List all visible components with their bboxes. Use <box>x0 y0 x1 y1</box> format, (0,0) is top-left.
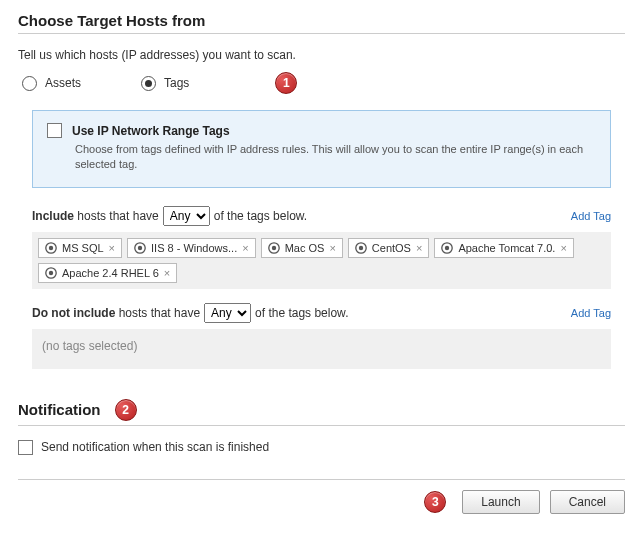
ip-range-title: Use IP Network Range Tags <box>72 124 230 138</box>
tag-remove-icon[interactable]: × <box>242 242 248 254</box>
notification-title: Notification 2 <box>18 399 625 426</box>
exclude-empty-text: (no tags selected) <box>42 339 137 359</box>
tag-chip[interactable]: CentOS× <box>348 238 430 258</box>
exclude-suffix: of the tags below. <box>255 306 348 320</box>
choose-hosts-title: Choose Target Hosts from <box>18 12 625 34</box>
tag-remove-icon[interactable]: × <box>109 242 115 254</box>
tag-label: Apache 2.4 RHEL 6 <box>62 267 159 279</box>
include-prefix-bold: Include <box>32 209 74 223</box>
exclude-tags-container: (no tags selected) <box>32 329 611 369</box>
exclude-prefix-rest: hosts that have <box>115 306 200 320</box>
annotation-3: 3 <box>424 491 446 513</box>
notification-checkbox-label: Send notification when this scan is fini… <box>41 440 269 454</box>
tag-remove-icon[interactable]: × <box>329 242 335 254</box>
tag-chip[interactable]: Apache 2.4 RHEL 6× <box>38 263 177 283</box>
tag-remove-icon[interactable]: × <box>164 267 170 279</box>
instruction-text: Tell us which hosts (IP addresses) you w… <box>18 48 625 62</box>
tag-chip[interactable]: IIS 8 - Windows...× <box>127 238 256 258</box>
radio-tags[interactable]: Tags <box>141 76 189 91</box>
tag-remove-icon[interactable]: × <box>416 242 422 254</box>
radio-tags-label: Tags <box>164 76 189 90</box>
tag-label: Mac OS <box>285 242 325 254</box>
svg-point-3 <box>138 246 142 250</box>
tag-label: MS SQL <box>62 242 104 254</box>
tag-label: CentOS <box>372 242 411 254</box>
tag-remove-icon[interactable]: × <box>560 242 566 254</box>
notification-checkbox-row: Send notification when this scan is fini… <box>18 440 625 455</box>
footer: 3 Launch Cancel <box>18 479 625 514</box>
notification-checkbox[interactable] <box>18 440 33 455</box>
annotation-1: 1 <box>275 72 297 94</box>
exclude-add-tag-link[interactable]: Add Tag <box>571 307 611 319</box>
exclude-filter-row: Do not include hosts that have Any of th… <box>32 303 611 323</box>
notification-title-text: Notification <box>18 401 101 418</box>
exclude-match-select[interactable]: Any <box>204 303 251 323</box>
host-source-radio-group: Assets Tags 1 <box>18 72 625 94</box>
ip-range-desc: Choose from tags defined with IP address… <box>75 142 596 173</box>
tag-label: IIS 8 - Windows... <box>151 242 237 254</box>
svg-point-9 <box>445 246 449 250</box>
tag-label: Apache Tomcat 7.0. <box>458 242 555 254</box>
include-suffix: of the tags below. <box>214 209 307 223</box>
cancel-button[interactable]: Cancel <box>550 490 625 514</box>
launch-button[interactable]: Launch <box>462 490 539 514</box>
tag-chip[interactable]: Apache Tomcat 7.0.× <box>434 238 573 258</box>
svg-point-7 <box>359 246 363 250</box>
radio-assets-label: Assets <box>45 76 81 90</box>
exclude-prefix-bold: Do not include <box>32 306 115 320</box>
include-add-tag-link[interactable]: Add Tag <box>571 210 611 222</box>
annotation-2: 2 <box>115 399 137 421</box>
svg-point-1 <box>49 246 53 250</box>
radio-icon <box>22 76 37 91</box>
include-prefix-rest: hosts that have <box>74 209 159 223</box>
svg-point-5 <box>271 246 275 250</box>
include-filter-row: Include hosts that have Any of the tags … <box>32 206 611 226</box>
svg-point-11 <box>49 271 53 275</box>
tag-chip[interactable]: Mac OS× <box>261 238 343 258</box>
include-match-select[interactable]: Any <box>163 206 210 226</box>
include-tags-container: MS SQL×IIS 8 - Windows...×Mac OS×CentOS×… <box>32 232 611 289</box>
radio-assets[interactable]: Assets <box>22 76 81 91</box>
ip-range-checkbox[interactable] <box>47 123 62 138</box>
ip-range-tags-box: Use IP Network Range Tags Choose from ta… <box>32 110 611 188</box>
choose-hosts-title-text: Choose Target Hosts from <box>18 12 205 29</box>
tag-chip[interactable]: MS SQL× <box>38 238 122 258</box>
radio-icon <box>141 76 156 91</box>
